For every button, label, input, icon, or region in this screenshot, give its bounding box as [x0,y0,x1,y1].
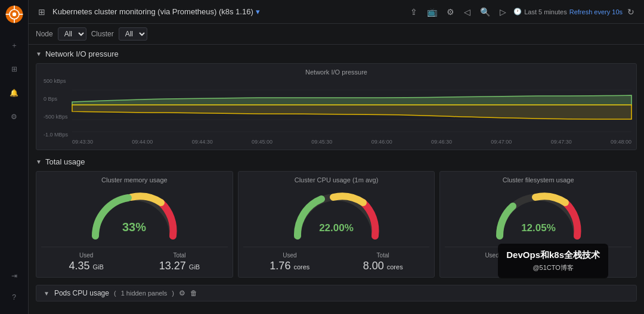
cpu-gauge-panel: Cluster CPU usage (1m avg) 22.00% Used 1… [238,171,435,278]
clock-icon: 🕐 [513,8,522,15]
pods-hidden-text: 1 hidden panels [121,290,168,297]
cpu-gauge-title: Cluster CPU usage (1m avg) [243,176,430,184]
dashboard-title: Kubernetes cluster monitoring (via Prome… [52,7,260,16]
bell-icon[interactable]: 🔔 [5,83,24,102]
cluster-filter-select[interactable]: All [119,27,147,41]
svg-text:33%: 33% [122,220,146,234]
cpu-total-value: 8.00 cores [363,260,403,272]
grafana-logo [5,5,24,24]
refresh-label: Refresh every 10s [569,8,623,15]
search-icon[interactable]: 🔍 [478,6,493,18]
filesystem-gauge-container: 12.05% [445,188,631,242]
filterbar: Node All Cluster All [29,24,644,45]
memory-used-label: Used [69,252,103,259]
network-section-title: Network I/O pressure [45,49,119,58]
grid-icon: ⊞ [36,6,48,18]
filesystem-used-label: Used [485,252,499,259]
cpu-gauge-container: 22.00% [243,188,430,242]
pods-settings-icon[interactable]: ⚙ [179,289,185,297]
node-filter-select[interactable]: All [58,27,86,41]
dashboard-icon[interactable]: ⊞ [5,60,24,79]
topbar-actions: ⇪ 📺 ⚙ ◁ 🔍 ▷ [408,6,509,18]
memory-gauge-title: Cluster memory usage [41,176,228,184]
memory-total-label: Total [159,252,200,259]
total-usage-section-title: Total usage [45,157,85,166]
help-icon[interactable]: ? [5,288,24,307]
memory-gauge-panel: Cluster memory usage 33% [36,171,233,278]
memory-gauge-svg: 33% [86,188,182,242]
tv-icon[interactable]: 📺 [425,6,439,18]
pods-hidden-label: ( [114,290,116,297]
cpu-gauge-svg: 22.00% [289,188,384,242]
filesystem-gauge-title: Cluster filesystem usage [445,176,631,184]
cpu-used-stat: Used 1.76 cores [270,252,309,272]
pods-bar[interactable]: ▼ Pods CPU usage ( 1 hidden panels ) ⚙ 🗑 [36,285,637,301]
memory-total-value: 13.27 GiB [159,260,200,272]
network-chevron-icon: ▼ [36,51,42,57]
gear-icon[interactable]: ⚙ [5,107,24,126]
cpu-used-label: Used [270,252,309,259]
total-usage-chevron-icon: ▼ [36,158,42,165]
svg-point-2 [12,13,16,16]
nav-forward-icon[interactable]: ▷ [497,6,509,18]
memory-gauge-container: 33% [41,188,228,242]
svg-text:12.05%: 12.05% [521,222,556,234]
chevron-down-icon[interactable]: ▾ [256,7,260,16]
pods-hidden-close: ) [172,290,174,297]
pods-chevron-icon: ▼ [44,290,49,297]
pods-trash-icon[interactable]: 🗑 [190,289,197,297]
cpu-total-stat: Total 8.00 cores [363,252,403,272]
time-range-label: Last 5 minutes [524,8,567,15]
filesystem-gauge-svg: 12.05% [491,188,586,242]
network-chart-panel: Network I/O pressure 500 kBps 0 Bps -500… [36,63,637,150]
title-text: Kubernetes cluster monitoring (via Prome… [52,7,253,16]
memory-total-stat: Total 13.27 GiB [159,252,200,272]
sidebar: ＋ ⊞ 🔔 ⚙ ⇥ ? [0,0,29,314]
y-axis: 500 kBps 0 Bps -500 kBps -1.0 MBps [41,78,70,138]
watermark: DevOps和k8s全栈技术 @51CTO博客 [498,244,608,278]
total-usage-section-header[interactable]: ▼ Total usage [36,157,637,166]
topbar: ⊞ Kubernetes cluster monitoring (via Pro… [29,0,644,24]
memory-used-stat: Used 4.35 GiB [69,252,103,272]
x-axis: 09:43:30 09:44:00 09:44:30 09:45:00 09:4… [41,139,631,145]
nav-back-icon[interactable]: ◁ [462,6,473,18]
network-chart-svg [72,78,631,138]
cpu-used-value: 1.76 cores [270,260,309,272]
network-chart-container: 500 kBps 0 Bps -500 kBps -1.0 MBps [41,78,631,138]
network-chart-title: Network I/O pressure [41,69,631,76]
node-filter-label: Node [36,30,53,38]
cpu-total-label: Total [363,252,403,259]
cluster-filter-label: Cluster [91,30,114,38]
network-section-header[interactable]: ▼ Network I/O pressure [36,49,637,58]
settings-icon[interactable]: ⚙ [444,6,457,18]
filesystem-used-stat: Used [485,252,499,260]
memory-gauge-stats: Used 4.35 GiB Total 13.27 GiB [41,247,228,272]
pods-bar-label: Pods CPU usage [54,289,109,297]
svg-text:22.00%: 22.00% [319,222,354,234]
share-icon[interactable]: ⇪ [408,6,420,18]
watermark-sub: @51CTO博客 [506,263,600,272]
add-panel-icon[interactable]: ＋ [5,36,24,55]
signin-icon[interactable]: ⇥ [5,266,24,285]
refresh-icon[interactable]: ↻ [625,6,637,18]
time-range[interactable]: 🕐 Last 5 minutes Refresh every 10s ↻ [513,6,637,18]
cpu-gauge-stats: Used 1.76 cores Total 8.00 cores [243,247,430,272]
watermark-title: DevOps和k8s全栈技术 [506,250,600,261]
memory-used-value: 4.35 GiB [69,260,103,272]
